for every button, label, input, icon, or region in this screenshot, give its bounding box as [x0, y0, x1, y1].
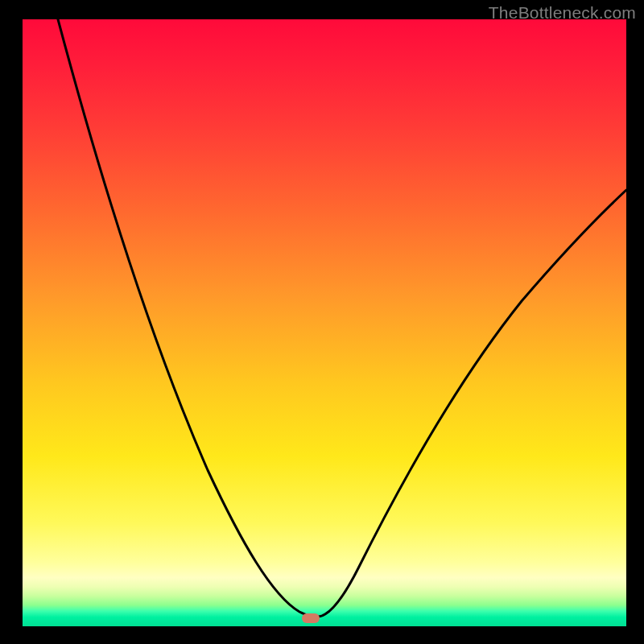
optimum-marker — [302, 613, 320, 623]
plot-area — [23, 19, 626, 626]
chart-stage: TheBottleneck.com — [0, 0, 644, 644]
bottleneck-curve — [23, 19, 626, 626]
curve-path — [58, 19, 626, 617]
